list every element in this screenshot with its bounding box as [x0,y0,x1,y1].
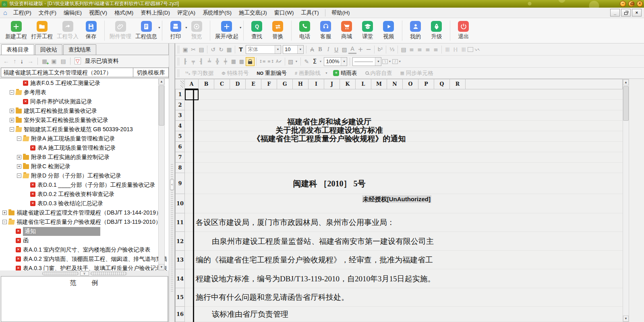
column-header-L[interactable]: L [356,79,371,89]
column-header-A[interactable]: A [185,79,199,89]
tree-scrollbar-thumb[interactable] [159,85,164,126]
tree-scroll-up-icon[interactable]: ▲ [159,78,164,85]
column-header-P[interactable]: P [418,79,434,89]
home-icon[interactable]: ⌂ [3,9,7,17]
undo-icon[interactable]: ↺ [209,45,217,54]
tool-enabled-重新编号[interactable]: NO重新编号 [257,70,287,77]
dropdown-arrow-icon[interactable]: ▼ [398,60,401,63]
row-header-7[interactable]: 7 [175,152,185,163]
save-button[interactable]: 保存 [81,21,101,40]
paste-icon[interactable]: ▤ [197,45,205,54]
move-right-icon[interactable]: → [27,58,33,64]
close-button[interactable]: × [637,1,643,7]
fill-color-icon[interactable]: ▨ [340,45,348,54]
fraction-icon[interactable]: ⅓ [388,45,396,54]
align-justify-icon[interactable]: ≡ [432,45,440,54]
table-edit-icon-4[interactable]: ╬ [213,57,222,66]
store-button[interactable]: 商城 [336,21,357,40]
font-size-select[interactable]: 10▼ [283,45,304,54]
align-right-icon[interactable]: ≡ [424,45,432,54]
page-setup-icon[interactable]: ▤ [400,45,408,54]
menu-item-4[interactable]: 格式(M) [111,8,137,18]
collapse-icon[interactable]: − [10,127,14,132]
sheet-row[interactable] [185,251,623,269]
menu-item-5[interactable]: 资料上报(D) [137,8,174,18]
print-button[interactable]: ▼打印 [165,21,186,40]
restore-button[interactable] [628,1,634,7]
row-header-4[interactable]: 4 [175,121,185,131]
tree-item[interactable]: −附录D 分部（子分部）工程验收记录 [0,171,169,180]
column-header-B[interactable]: B [199,79,214,89]
move-down-icon[interactable]: ↓ [21,58,24,64]
find-button[interactable]: Q查找 [246,21,267,40]
dropdown-arrow-icon[interactable]: ▼ [388,60,391,63]
font-color-icon[interactable]: A [348,45,356,54]
dropdown-arrow-icon[interactable]: ▼ [341,58,347,66]
toolbar-grip[interactable] [178,45,179,54]
dropdown-arrow-icon[interactable]: ▼ [239,26,242,29]
menu-item-0[interactable]: 工程(P) [10,8,35,18]
collapse-cells-icon[interactable]: ↘↖ [473,45,481,54]
row-header-5[interactable]: 5 [175,131,185,142]
row-header-1[interactable]: 1 [175,89,185,100]
sheet-corner-cell[interactable] [175,79,185,89]
mdi-restore-button[interactable] [621,9,631,17]
fit-columns-icon[interactable]: ||| [460,45,468,54]
sheet-row[interactable] [185,173,623,194]
horizontal-splitter[interactable]: ∨ [0,270,169,276]
filter-label[interactable]: 显示已填资料 [85,58,119,65]
tree-item[interactable]: ✕表A.0.1 室内空间尺寸、室内楼地面分户验收记录表 [0,245,169,254]
tool-同步单元格[interactable]: ▦同步单元格 [400,70,433,77]
sheet-row[interactable] [185,213,623,232]
tree-item[interactable]: +福建省建设工程监理文件管理规程（DBJ/T 13-144-2019） [0,208,169,217]
align-left-icon[interactable]: ≡ [408,45,416,54]
menu-item-2[interactable]: 编辑(E) [60,8,85,18]
menu-item-1[interactable]: 文件(F) [35,8,60,18]
bold-icon[interactable]: B [316,45,324,54]
table-edit-icon-0[interactable]: ╟ [181,57,189,66]
sheet-row[interactable] [185,269,623,288]
vertical-splitter[interactable]: < [169,43,175,322]
mdi-close-button[interactable]: × [632,9,642,17]
add-table-icon[interactable]: ▦+ [42,58,47,64]
decrease-font-icon[interactable]: − [364,45,373,54]
sheet-row[interactable] [185,110,623,121]
wordart-icon[interactable]: A [308,45,316,54]
tool-特殊符号[interactable]: Φ特殊符号 [222,70,248,77]
sheet-scroll-down-icon[interactable]: ▼ [623,316,629,322]
tree-item[interactable]: ✕表D.0.2 工程验收资料审查记录 [0,190,169,199]
table-edit-icon-6[interactable]: ▦ [230,57,238,66]
tree-scroll-down-icon[interactable]: ▼ [159,264,164,270]
splitter-handle[interactable] [91,272,127,275]
move-up-icon[interactable]: ↑ [13,58,17,64]
import-project-button[interactable]: 工程导入 [55,21,81,40]
collapse-icon[interactable]: − [10,90,14,95]
superscript-icon[interactable]: b² [376,45,384,54]
diagonal-cell-icon[interactable]: / [392,59,398,64]
table-edit-icon-5[interactable]: ╪ [222,57,230,66]
column-header-R[interactable]: R [450,79,466,89]
attachment-manage-button[interactable]: 附件管理 [108,21,133,40]
dropdown-arrow-icon[interactable]: ▼ [275,45,281,54]
underline-icon[interactable]: U [332,45,340,54]
column-header-Q[interactable]: Q [434,79,450,89]
expand-collapse-button[interactable]: ▼展开/收起 [213,21,240,40]
expand-icon[interactable]: + [17,164,21,169]
splitter-collapse-button[interactable]: ∨ [80,271,89,276]
row-header-10[interactable]: 10 [175,194,185,213]
menu-item-10[interactable]: 工具(T) [297,8,322,18]
row-header-11[interactable]: 11 [175,213,185,232]
column-header-H[interactable]: H [293,79,309,89]
tab-form-catalog[interactable]: 表格目录 [1,44,34,55]
table-edit-icon-7[interactable]: ▩ [238,57,246,66]
tree-item[interactable]: ✕通知 [0,227,169,236]
increase-font-icon[interactable]: + [356,45,364,54]
copy-table-icon[interactable]: ▣ [51,58,56,64]
tree-item[interactable]: −福建省住宅工程质量分户验收规程（DBJ/T 13-119-2010） [0,217,169,227]
expand-icon[interactable]: + [2,211,7,215]
dropdown-arrow-icon[interactable]: ▼ [295,60,298,63]
column-header-K[interactable]: K [340,79,356,89]
video-button[interactable]: 视频 [378,21,399,40]
sheet-row[interactable] [185,89,623,100]
table-edit-icon-1[interactable]: ╤ [189,57,197,66]
